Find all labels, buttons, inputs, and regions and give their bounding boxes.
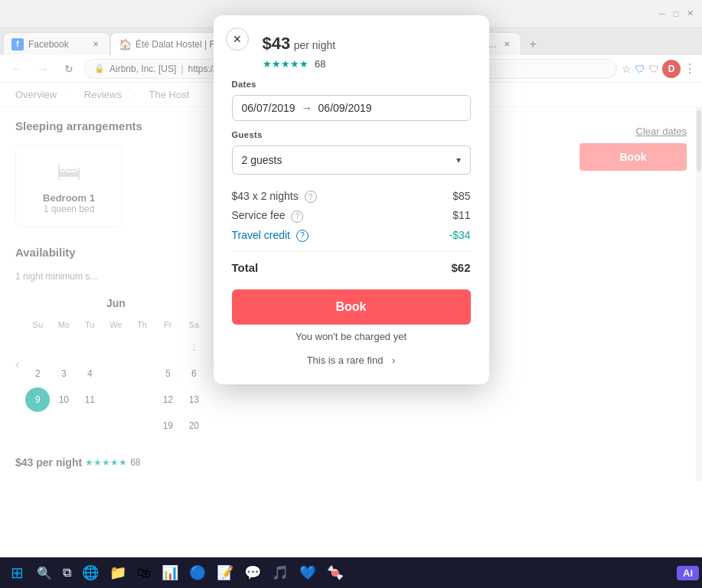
candy-icon: 🍬	[327, 564, 344, 581]
service-fee-amount: $11	[452, 209, 470, 222]
arrow-icon: →	[302, 102, 312, 114]
modal-book-button[interactable]: Book	[232, 289, 471, 325]
teams-icon: 💬	[244, 564, 261, 581]
taskbar-app2-button[interactable]: 🎵	[267, 559, 293, 586]
search-icon: 🔍	[37, 566, 52, 580]
explorer-icon: 📁	[109, 564, 126, 581]
modal-overlay: ✕ $43 per night ★★★★★ 68 Dates 06/07/201…	[0, 0, 702, 588]
price-divider	[232, 251, 471, 252]
dates-section: Dates 06/07/2019 → 06/09/2019	[232, 80, 471, 121]
modal-review-count: 68	[315, 58, 325, 70]
chrome-icon: 🔵	[189, 564, 206, 581]
taskbar-right: Ai	[677, 566, 699, 580]
nightly-amount: $85	[452, 190, 470, 203]
total-label: Total	[232, 261, 259, 274]
taskbar-explorer-button[interactable]: 📁	[105, 559, 131, 586]
modal-rating-row: ★★★★★ 68	[263, 57, 471, 70]
dates-label: Dates	[232, 80, 471, 89]
taskbar-chrome-button[interactable]: 🔵	[184, 559, 211, 586]
nightly-help-icon[interactable]: ?	[305, 191, 317, 203]
modal-per-night: per night	[294, 39, 335, 51]
ai-button[interactable]: Ai	[677, 566, 699, 580]
app2-icon: 🎵	[272, 564, 289, 581]
travel-credit-row: Travel credit ? -$34	[232, 226, 471, 245]
travel-credit-label: Travel credit ?	[232, 229, 309, 242]
guests-value: 2 guests	[242, 154, 456, 166]
no-charge-notice: You won't be charged yet	[232, 331, 471, 342]
taskbar-taskview-button[interactable]: ⧉	[58, 559, 76, 586]
modal-price-section: $43 per night ★★★★★ 68	[232, 34, 471, 70]
guests-label: Guests	[232, 130, 471, 139]
check-in-date: 06/07/2019	[242, 102, 295, 114]
taskbar-word-button[interactable]: 📝	[212, 559, 238, 586]
rare-find-notice: This is a rare find ›	[232, 354, 471, 366]
taskbar-excel-button[interactable]: 📊	[157, 559, 183, 586]
travel-credit-amount: -$34	[449, 229, 470, 242]
taskbar-store-button[interactable]: 🛍	[132, 559, 155, 586]
windows-icon: ⊞	[11, 564, 24, 582]
taskbar: ⊞ 🔍 ⧉ 🌐 📁 🛍 📊 🔵 📝 💬 🎵 💙 🍬 Ai	[0, 557, 702, 588]
store-icon: 🛍	[137, 565, 151, 581]
travel-credit-help-icon[interactable]: ?	[296, 230, 309, 242]
taskbar-edge-button[interactable]: 🌐	[77, 559, 103, 586]
service-fee-help-icon[interactable]: ?	[291, 211, 303, 223]
modal-price: $43	[263, 34, 291, 53]
modal-close-button[interactable]: ✕	[226, 28, 249, 51]
dates-row[interactable]: 06/07/2019 → 06/09/2019	[232, 95, 471, 121]
start-button[interactable]: ⊞	[3, 559, 31, 586]
taskbar-zalo-button[interactable]: 💙	[295, 559, 321, 586]
guests-select[interactable]: 2 guests ▾	[232, 145, 471, 175]
taskbar-search-button[interactable]: 🔍	[32, 559, 57, 586]
taskview-icon: ⧉	[63, 566, 71, 580]
taskbar-candy-button[interactable]: 🍬	[322, 559, 348, 586]
price-breakdown: $43 x 2 nights ? $85 Service fee ? $11 T…	[232, 187, 471, 277]
nightly-label: $43 x 2 nights ?	[232, 190, 317, 203]
nightly-row: $43 x 2 nights ? $85	[232, 187, 471, 206]
service-fee-label: Service fee ?	[232, 209, 304, 222]
excel-icon: 📊	[162, 564, 178, 581]
guests-section: Guests 2 guests ▾	[232, 130, 471, 175]
word-icon: 📝	[217, 564, 233, 581]
chevron-down-icon: ▾	[456, 155, 461, 165]
total-amount: $62	[451, 261, 470, 274]
modal-stars: ★★★★★	[263, 58, 309, 70]
taskbar-teams-button[interactable]: 💬	[240, 559, 266, 586]
edge-icon: 🌐	[82, 564, 99, 581]
zalo-icon: 💙	[299, 564, 316, 581]
expand-icon[interactable]: ›	[392, 354, 395, 366]
booking-modal: ✕ $43 per night ★★★★★ 68 Dates 06/07/201…	[214, 15, 489, 384]
total-row: Total $62	[232, 258, 471, 277]
service-fee-row: Service fee ? $11	[232, 206, 471, 225]
check-out-date: 06/09/2019	[318, 102, 372, 114]
